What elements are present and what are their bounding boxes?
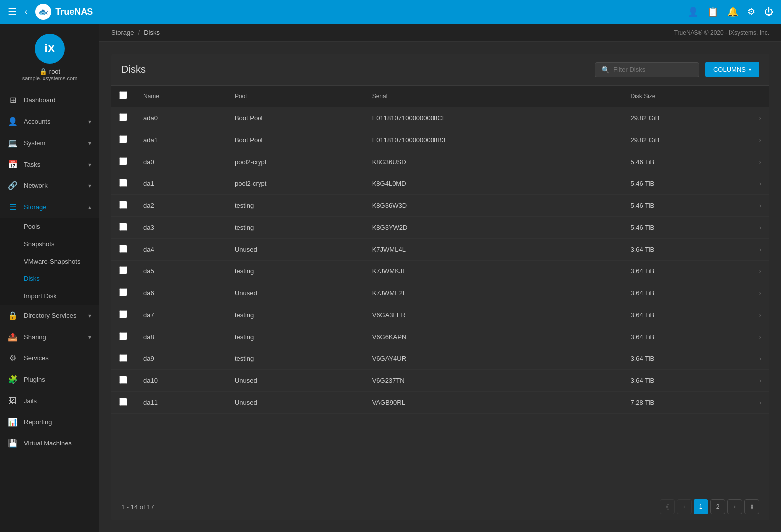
row-disksize: 5.46 TiB bbox=[623, 195, 751, 217]
row-checkbox[interactable] bbox=[119, 201, 127, 209]
row-expand-button[interactable]: › bbox=[751, 348, 769, 370]
row-serial: V6G237TN bbox=[364, 370, 623, 392]
pagination-next-button[interactable]: › bbox=[727, 499, 742, 514]
sidebar-item-tasks[interactable]: 📅 Tasks ▾ bbox=[0, 154, 99, 175]
sidebar-item-services[interactable]: ⚙ Services bbox=[0, 348, 99, 369]
search-box: 🔍 bbox=[595, 62, 699, 77]
clipboard-icon[interactable]: 📋 bbox=[707, 6, 718, 17]
topbar-logo: 🐟 TrueNAS bbox=[35, 4, 93, 20]
table-row: da2 testing K8G36W3D 5.46 TiB › bbox=[111, 195, 769, 217]
table-row: da11 Unused VAGB90RL 7.28 TiB › bbox=[111, 392, 769, 414]
table-row: da8 testing V6G6KAPN 3.64 TiB › bbox=[111, 326, 769, 348]
columns-button[interactable]: COLUMNS ▾ bbox=[705, 62, 759, 77]
row-expand-button[interactable]: › bbox=[751, 392, 769, 414]
system-icon: 💻 bbox=[8, 138, 18, 148]
row-expand-button[interactable]: › bbox=[751, 107, 769, 129]
row-checkbox[interactable] bbox=[119, 245, 127, 253]
row-checkbox[interactable] bbox=[119, 398, 127, 406]
select-all-checkbox[interactable] bbox=[119, 91, 127, 99]
search-input[interactable] bbox=[613, 66, 693, 73]
sidebar-item-storage[interactable]: ☰ Storage ▴ bbox=[0, 196, 99, 218]
sidebar-item-import-disk[interactable]: Import Disk bbox=[0, 287, 99, 305]
sidebar-item-virtual-machines[interactable]: 💾 Virtual Machines bbox=[0, 433, 99, 454]
pagination-page-2-button[interactable]: 2 bbox=[710, 499, 725, 514]
row-checkbox[interactable] bbox=[119, 135, 127, 143]
row-checkbox[interactable] bbox=[119, 266, 127, 274]
row-checkbox[interactable] bbox=[119, 310, 127, 318]
user-icon[interactable]: 👤 bbox=[688, 6, 698, 17]
sharing-icon: 📤 bbox=[8, 332, 18, 342]
sidebar-item-dashboard[interactable]: ⊞ Dashboard bbox=[0, 89, 99, 111]
row-name: da5 bbox=[135, 261, 227, 282]
row-serial: K8G36W3D bbox=[364, 195, 623, 217]
sidebar-item-plugins[interactable]: 🧩 Plugins bbox=[0, 369, 99, 390]
table-row: da1 pool2-crypt K8G4L0MD 5.46 TiB › bbox=[111, 173, 769, 195]
pagination-page-1-button[interactable]: 1 bbox=[694, 499, 708, 514]
bell-icon[interactable]: 🔔 bbox=[727, 6, 738, 17]
row-expand-button[interactable]: › bbox=[751, 129, 769, 151]
settings-icon[interactable]: ⚙ bbox=[747, 6, 755, 17]
row-serial: K8G4L0MD bbox=[364, 173, 623, 195]
sidebar-item-label: Jails bbox=[24, 397, 91, 405]
sidebar-item-sharing[interactable]: 📤 Sharing ▾ bbox=[0, 326, 99, 348]
row-checkbox[interactable] bbox=[119, 113, 127, 121]
hamburger-button[interactable]: ☰ bbox=[8, 6, 17, 18]
row-name: da8 bbox=[135, 326, 227, 348]
row-serial: VAGB90RL bbox=[364, 392, 623, 414]
row-checkbox[interactable] bbox=[119, 223, 127, 231]
row-pool: testing bbox=[227, 261, 364, 282]
row-checkbox[interactable] bbox=[119, 332, 127, 340]
profile-host: sample.ixsystems.com bbox=[22, 75, 78, 81]
directory-services-icon: 🔒 bbox=[8, 311, 18, 320]
row-checkbox[interactable] bbox=[119, 179, 127, 187]
th-name: Name bbox=[135, 86, 227, 107]
chevron-down-icon: ▾ bbox=[88, 312, 91, 319]
breadcrumb-parent[interactable]: Storage bbox=[111, 29, 134, 36]
breadcrumb-copyright: TrueNAS® © 2020 - iXsystems, Inc. bbox=[674, 29, 769, 36]
row-disksize: 29.82 GiB bbox=[623, 107, 751, 129]
sidebar-item-jails[interactable]: 🖼 Jails bbox=[0, 390, 99, 411]
row-disksize: 3.64 TiB bbox=[623, 282, 751, 304]
row-expand-button[interactable]: › bbox=[751, 370, 769, 392]
back-button[interactable]: ‹ bbox=[25, 7, 27, 16]
sidebar-item-reporting[interactable]: 📊 Reporting bbox=[0, 411, 99, 433]
sidebar-item-disks[interactable]: Disks bbox=[0, 270, 99, 287]
row-expand-button[interactable]: › bbox=[751, 261, 769, 282]
sidebar-item-network[interactable]: 🔗 Network ▾ bbox=[0, 175, 99, 196]
sidebar-item-label: Network bbox=[24, 182, 83, 189]
row-disksize: 5.46 TiB bbox=[623, 217, 751, 239]
row-checkbox-cell bbox=[111, 195, 135, 217]
sidebar-item-system[interactable]: 💻 System ▾ bbox=[0, 132, 99, 154]
pagination-prev-button[interactable]: ‹ bbox=[677, 499, 692, 514]
row-expand-button[interactable]: › bbox=[751, 195, 769, 217]
sidebar-item-vmware-snapshots[interactable]: VMware-Snapshots bbox=[0, 253, 99, 270]
power-icon[interactable]: ⏻ bbox=[764, 7, 773, 17]
row-checkbox[interactable] bbox=[119, 157, 127, 165]
row-expand-button[interactable]: › bbox=[751, 151, 769, 173]
row-serial: K8G3YW2D bbox=[364, 217, 623, 239]
pagination-last-button[interactable]: ⟫ bbox=[744, 499, 759, 514]
row-checkbox-cell bbox=[111, 326, 135, 348]
pagination-first-button[interactable]: ⟪ bbox=[660, 499, 675, 514]
row-checkbox[interactable] bbox=[119, 288, 127, 296]
row-name: da10 bbox=[135, 370, 227, 392]
table-row: da3 testing K8G3YW2D 5.46 TiB › bbox=[111, 217, 769, 239]
sidebar-item-accounts[interactable]: 👤 Accounts ▾ bbox=[0, 111, 99, 132]
row-expand-button[interactable]: › bbox=[751, 326, 769, 348]
row-expand-button[interactable]: › bbox=[751, 173, 769, 195]
row-serial: E01181071000000008CF bbox=[364, 107, 623, 129]
row-expand-button[interactable]: › bbox=[751, 239, 769, 261]
sidebar-item-snapshots[interactable]: Snapshots bbox=[0, 235, 99, 253]
table-row: da10 Unused V6G237TN 3.64 TiB › bbox=[111, 370, 769, 392]
row-pool: testing bbox=[227, 217, 364, 239]
sidebar-item-directory-services[interactable]: 🔒 Directory Services ▾ bbox=[0, 305, 99, 326]
row-checkbox[interactable] bbox=[119, 354, 127, 362]
row-checkbox[interactable] bbox=[119, 376, 127, 384]
row-expand-button[interactable]: › bbox=[751, 282, 769, 304]
table-row: ada1 Boot Pool E01181071000000008B3 29.8… bbox=[111, 129, 769, 151]
row-expand-button[interactable]: › bbox=[751, 217, 769, 239]
sidebar-profile: iX 🔒root sample.ixsystems.com bbox=[0, 24, 99, 89]
pagination: 1 - 14 of 17 ⟪ ‹ 1 2 › ⟫ bbox=[111, 493, 769, 520]
sidebar-item-pools[interactable]: Pools bbox=[0, 218, 99, 235]
row-expand-button[interactable]: › bbox=[751, 304, 769, 326]
